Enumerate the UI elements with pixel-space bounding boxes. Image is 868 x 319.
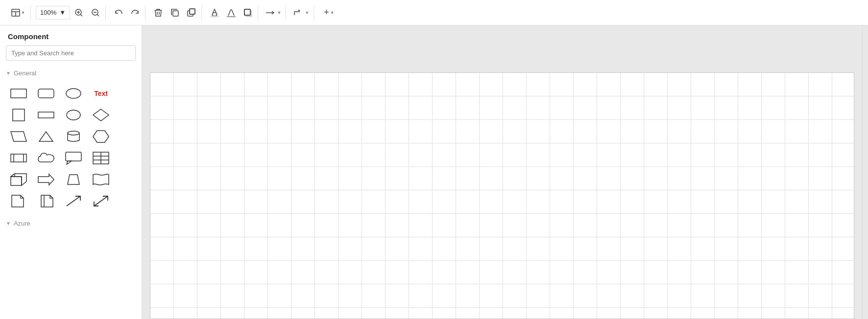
section-azure-label: Azure (14, 220, 30, 227)
section-azure-chevron: ▼ (6, 221, 11, 226)
svg-rect-45 (11, 177, 22, 185)
shape-callout[interactable] (62, 148, 85, 168)
svg-point-28 (67, 110, 80, 120)
svg-rect-23 (11, 89, 26, 98)
edit-group (148, 5, 202, 20)
fill-button[interactable] (207, 5, 222, 20)
section-azure-header[interactable]: ▼ Azure (0, 217, 142, 230)
section-general-label: General (14, 69, 36, 77)
svg-marker-31 (39, 132, 53, 141)
shape-hexagon[interactable] (89, 127, 113, 146)
svg-marker-50 (68, 175, 79, 184)
shape-rectangle-tall[interactable] (7, 105, 30, 125)
shape-rectangle-wide[interactable] (34, 105, 58, 125)
shape-triangle[interactable] (34, 127, 58, 146)
shape-rectangle[interactable] (7, 84, 30, 103)
connection-group: ▼ (261, 5, 286, 20)
shape-wave[interactable] (89, 170, 113, 189)
zoom-display[interactable]: 100% ▼ (36, 6, 70, 20)
svg-point-32 (68, 131, 79, 135)
redo-button[interactable] (127, 5, 143, 20)
shape-diamond[interactable] (89, 105, 113, 125)
shape-table[interactable] (89, 148, 113, 168)
canvas-grid[interactable] (150, 72, 854, 319)
svg-line-52 (50, 195, 53, 198)
section-general-header[interactable]: ▼ General (0, 67, 142, 80)
svg-marker-30 (11, 132, 26, 141)
svg-marker-35 (93, 131, 109, 142)
shape-rectangle-rounded[interactable] (34, 84, 58, 103)
shadow-button[interactable] (240, 5, 256, 20)
delete-button[interactable] (150, 5, 166, 20)
add-button[interactable]: + ▼ (319, 5, 339, 20)
layout-button[interactable]: ▼ (8, 5, 28, 20)
shape-line-bidirectional[interactable] (89, 191, 113, 211)
svg-point-25 (66, 89, 81, 98)
svg-marker-40 (67, 161, 72, 164)
shapes-grid-general: Text (0, 80, 142, 217)
waypoint-button[interactable]: ▼ (291, 5, 312, 20)
shape-process[interactable] (7, 148, 30, 168)
svg-line-51 (21, 195, 24, 198)
svg-marker-29 (93, 109, 109, 121)
add-group: + ▼ (317, 5, 341, 20)
history-group (109, 5, 145, 20)
shape-doc-folded[interactable] (34, 191, 58, 211)
shape-parallelogram[interactable] (7, 127, 30, 146)
add-icon: + (324, 7, 329, 18)
shape-text[interactable]: Text (89, 84, 113, 103)
canvas-top-padding (142, 25, 862, 72)
main-area: Component ▼ General (0, 25, 868, 319)
sidebar: Component ▼ General (0, 25, 142, 319)
svg-rect-20 (244, 9, 250, 15)
connection-dropdown-arrow: ▼ (277, 10, 282, 15)
zoom-in-button[interactable] (71, 5, 87, 20)
svg-line-6 (81, 14, 83, 16)
shape-trapezoid[interactable] (62, 170, 85, 189)
svg-line-9 (97, 14, 99, 16)
svg-rect-36 (11, 154, 26, 162)
zoom-out-button[interactable] (88, 5, 103, 20)
shape-box3d[interactable] (7, 170, 30, 189)
zoom-dropdown-arrow: ▼ (59, 9, 66, 16)
svg-rect-26 (13, 109, 24, 121)
undo-button[interactable] (111, 5, 126, 20)
svg-line-55 (94, 196, 108, 206)
canvas-area[interactable] (142, 25, 862, 319)
paste-button[interactable] (184, 5, 199, 20)
svg-marker-46 (11, 174, 26, 185)
layout-group: ▼ (6, 5, 31, 20)
svg-line-48 (11, 174, 15, 177)
shape-line-diagonal[interactable] (62, 191, 85, 211)
svg-rect-24 (38, 89, 54, 98)
shape-ellipse-thick[interactable] (62, 105, 85, 125)
shape-cylinder[interactable] (62, 127, 85, 146)
svg-marker-49 (38, 174, 54, 185)
svg-rect-39 (66, 152, 81, 161)
shape-doc[interactable] (7, 191, 30, 211)
sidebar-title: Component (0, 25, 142, 46)
svg-line-54 (67, 196, 80, 206)
connection-button[interactable]: ▼ (263, 5, 284, 20)
svg-rect-27 (38, 112, 54, 118)
section-general-chevron: ▼ (6, 70, 11, 76)
svg-rect-17 (227, 16, 236, 17)
text-shape-label: Text (94, 90, 108, 97)
canvas-paper[interactable] (150, 72, 854, 319)
shape-arrow-right[interactable] (34, 170, 58, 189)
zoom-value: 100% (40, 9, 56, 16)
line-color-button[interactable] (223, 5, 239, 20)
svg-rect-14 (190, 9, 195, 14)
search-input[interactable] (6, 46, 136, 61)
waypoint-group: ▼ (289, 5, 314, 20)
waypoint-dropdown-arrow: ▼ (305, 10, 310, 15)
style-group (205, 5, 258, 20)
shape-ellipse[interactable] (62, 84, 85, 103)
zoom-group: 100% ▼ (34, 5, 106, 20)
shape-cloud[interactable] (34, 148, 58, 168)
copy-button[interactable] (167, 5, 183, 20)
toolbar: ▼ 100% ▼ (0, 0, 868, 25)
right-scrollbar[interactable] (862, 25, 868, 319)
add-dropdown-arrow: ▼ (330, 10, 335, 15)
svg-rect-16 (210, 16, 219, 17)
